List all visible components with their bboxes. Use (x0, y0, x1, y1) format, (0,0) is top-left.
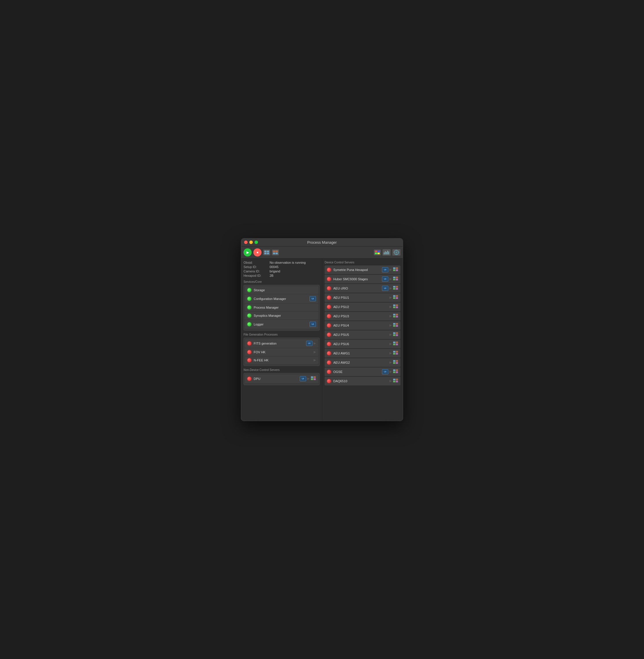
maximize-button[interactable] (255, 241, 258, 244)
status-indicator (327, 268, 331, 272)
svg-rect-47 (396, 307, 398, 308)
list-item[interactable]: AEU PSU2▶ (325, 303, 400, 311)
play-button-icon[interactable]: ▶ (389, 286, 392, 290)
list-item[interactable]: N-FEE HK▶ (245, 356, 318, 364)
target-icon[interactable] (392, 249, 400, 256)
play-button-icon[interactable]: ▶ (389, 277, 392, 281)
svg-rect-73 (396, 370, 398, 371)
chart-icon[interactable] (383, 249, 391, 256)
play-button-icon[interactable]: ▶ (389, 333, 392, 336)
service-icons: UI▶ (382, 267, 398, 272)
play-button-icon[interactable]: ▶ (389, 268, 392, 271)
grid-icon-1[interactable] (263, 249, 270, 255)
ui-badge[interactable]: UI (382, 369, 388, 374)
titlebar: Process Manager (241, 239, 403, 247)
status-indicator (247, 342, 251, 346)
grid-icon[interactable] (393, 351, 398, 356)
grid-icon[interactable] (393, 369, 398, 374)
svg-rect-4 (273, 251, 275, 252)
list-item[interactable]: AEU PSU6▶ (325, 339, 400, 348)
ui-badge[interactable]: UI (382, 277, 388, 282)
ui-badge[interactable]: UI (300, 376, 306, 381)
grid-icon[interactable] (393, 267, 398, 272)
grid-icon[interactable] (311, 376, 316, 381)
svg-rect-45 (396, 305, 398, 306)
grid-icon[interactable] (393, 304, 398, 309)
ui-badge[interactable]: UI (306, 341, 313, 346)
status-indicator (327, 370, 331, 374)
svg-rect-66 (393, 353, 395, 354)
list-item[interactable]: DPUUI▶ (245, 374, 318, 383)
service-name: AEU PSU2 (333, 305, 389, 309)
close-button[interactable] (244, 241, 248, 244)
svg-rect-76 (393, 379, 395, 380)
list-item[interactable]: Synoptics Manager (245, 312, 318, 320)
grid-icon[interactable] (393, 378, 398, 384)
list-item[interactable]: Huber SMC9300 StagesUI▶ (325, 275, 400, 283)
service-icons: UI (309, 296, 316, 301)
ui-badge[interactable]: UI (309, 322, 316, 327)
play-button-icon[interactable]: ▶ (314, 342, 316, 345)
play-button-icon[interactable]: ▶ (314, 358, 316, 362)
list-item[interactable]: AEU AWG2▶ (325, 358, 400, 367)
service-icons: ▶ (389, 332, 398, 337)
content-area: Obsid: No observation is running Setup I… (241, 259, 403, 421)
list-item[interactable]: AEU AWG1▶ (325, 349, 400, 358)
minimize-button[interactable] (249, 241, 253, 244)
grid-icon[interactable] (393, 323, 398, 328)
play-button[interactable]: ▶ (244, 248, 252, 257)
play-button-icon[interactable]: ▶ (314, 350, 316, 354)
list-item[interactable]: AEU PSU5▶ (325, 330, 400, 339)
grid-icon-2[interactable] (272, 249, 279, 255)
play-button-icon[interactable]: ▶ (389, 351, 392, 355)
play-button-icon[interactable]: ▶ (389, 314, 392, 318)
list-item[interactable]: AEU PSU1▶ (325, 293, 400, 302)
grid-icon[interactable] (393, 286, 398, 291)
list-item[interactable]: FOV HK▶ (245, 348, 318, 356)
list-item[interactable]: Configuration ManagerUI (245, 294, 318, 303)
list-item[interactable]: Storage (245, 286, 318, 294)
list-item[interactable]: OGSEUI▶ (325, 368, 400, 376)
toolbar: ▶ ■ (241, 247, 403, 259)
svg-rect-11 (377, 253, 380, 254)
service-name: Huber SMC9300 Stages (333, 277, 382, 281)
play-button-icon[interactable]: ▶ (389, 324, 392, 327)
list-item[interactable]: LoggerUI (245, 320, 318, 329)
list-item[interactable]: AEU cRIOUI▶ (325, 284, 400, 293)
grid-icon[interactable] (393, 313, 398, 319)
non-device-box: DPUUI▶ (244, 373, 320, 385)
list-item[interactable]: AEU PSU4▶ (325, 321, 400, 330)
list-item[interactable]: DAQ6510▶ (325, 377, 400, 386)
grid-icon[interactable] (393, 295, 398, 300)
list-item[interactable]: AEU PSU3▶ (325, 312, 400, 321)
svg-rect-54 (393, 325, 395, 327)
color-grid-icon[interactable] (374, 249, 381, 255)
play-button-icon[interactable]: ▶ (389, 379, 392, 383)
grid-icon[interactable] (393, 360, 398, 365)
ui-badge[interactable]: UI (382, 267, 388, 272)
status-indicator (327, 333, 331, 337)
ui-badge[interactable]: UI (382, 286, 388, 291)
play-button-icon[interactable]: ▶ (389, 295, 392, 299)
left-panel: Obsid: No observation is running Setup I… (241, 259, 322, 421)
stop-button[interactable]: ■ (253, 248, 261, 257)
play-button-icon[interactable]: ▶ (389, 305, 392, 309)
svg-rect-64 (393, 351, 395, 352)
play-button-icon[interactable]: ▶ (307, 377, 309, 380)
grid-icon[interactable] (393, 277, 398, 282)
list-item[interactable]: FITS generationUI▶ (245, 339, 318, 348)
ui-badge[interactable]: UI (309, 296, 316, 301)
svg-rect-40 (393, 295, 395, 297)
play-button-icon[interactable]: ▶ (389, 370, 392, 374)
list-item[interactable]: Symetrie Puna HexapodUI▶ (325, 265, 400, 274)
list-item[interactable]: Process Manager (245, 304, 318, 311)
hexapod-id-row: Hexapod ID: 2B (244, 274, 320, 277)
service-icons: UI▶ (382, 286, 398, 291)
play-button-icon[interactable]: ▶ (389, 360, 392, 364)
svg-rect-75 (396, 372, 398, 373)
grid-icon[interactable] (393, 342, 398, 347)
play-icon: ▶ (247, 250, 249, 255)
play-button-icon[interactable]: ▶ (389, 342, 392, 346)
grid-icon[interactable] (393, 332, 398, 337)
svg-rect-16 (388, 251, 389, 255)
